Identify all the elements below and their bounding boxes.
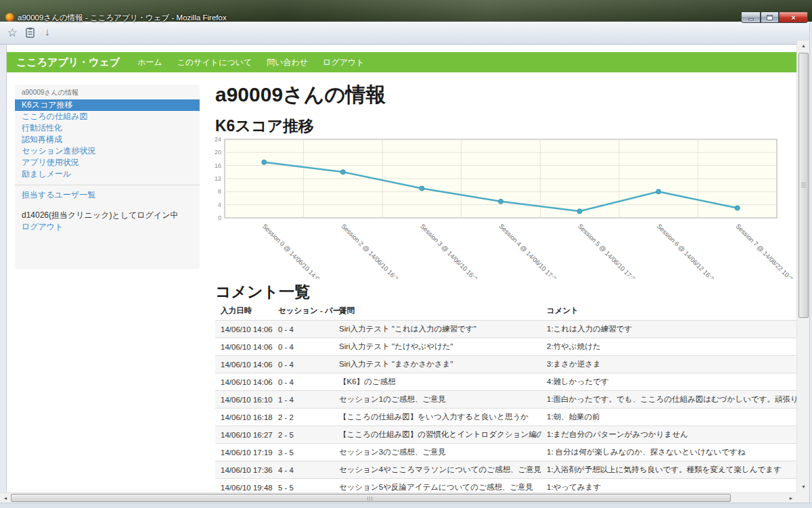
navbar-brand[interactable]: こころアプリ・ウェブ	[16, 56, 120, 69]
cell-1-3: 2:竹やぶ焼けた	[541, 338, 796, 356]
cell-0-3: 1:これは入力の練習です	[541, 321, 796, 338]
scroll-down-icon[interactable]: ▼	[797, 482, 810, 492]
table-row-4: 14/06/10 16:101 - 4セッション1のご感想、ご意見1:面白かった…	[215, 391, 796, 409]
svg-text:Session 7 @ 14/08/22 10:38: Session 7 @ 14/08/22 10:38	[734, 223, 796, 279]
browser-toolbar: ☆ ↓ ← https://flatt.med.kyoto-u.ac.jp/vi…	[0, 22, 812, 45]
svg-text:16: 16	[215, 162, 221, 169]
svg-text:Session 5 @ 14/06/10 17:37: Session 5 @ 14/06/10 17:37	[577, 223, 639, 279]
table-header-row: 入力日時セッション - パート質問コメント	[215, 303, 796, 321]
cell-3-1: 0 - 4	[273, 373, 334, 391]
cell-9-1: 5 - 5	[273, 479, 334, 493]
cell-6-0: 14/06/10 16:27	[215, 426, 273, 444]
window-border-right	[809, 22, 812, 503]
scrollbar-corner	[796, 492, 809, 503]
window-title: a90009さんの情報 - こころアプリ・ウェブ - Mozilla Firef…	[18, 13, 227, 23]
cell-5-1: 2 - 2	[273, 409, 334, 426]
bookmarks-menu-icon[interactable]	[23, 27, 37, 41]
comments-section-title: コメント一覧	[215, 281, 310, 302]
cell-2-2: Siri入力テスト "まさかさかさま"	[334, 356, 541, 373]
scrollbar-grip	[367, 497, 374, 501]
window-controls: ×	[741, 12, 808, 23]
comments-table-wrap: 入力日時セッション - パート質問コメント 14/06/10 14:060 - …	[215, 303, 796, 492]
vertical-scrollbar[interactable]: ▲ ▼	[796, 41, 809, 492]
sidebar-logout-link[interactable]: ログアウト	[15, 221, 200, 233]
scroll-up-icon[interactable]: ▲	[797, 41, 810, 51]
cell-5-0: 14/06/10 16:18	[215, 409, 273, 426]
cell-4-3: 1:面白かったです。でも、こころの仕組み図はむづかしいです。頑張ります。	[541, 391, 796, 409]
table-row-7: 14/06/10 17:193 - 5セッション3のご感想、ご意見1: 自分は何…	[215, 444, 796, 461]
comments-table: 入力日時セッション - パート質問コメント 14/06/10 14:060 - …	[215, 303, 796, 492]
vertical-scrollbar-thumb[interactable]	[798, 53, 809, 318]
table-row-6: 14/06/10 16:272 - 5【こころの仕組み図】の習慣化とイントロダク…	[215, 426, 796, 444]
table-row-2: 14/06/10 14:060 - 4Siri入力テスト "まさかさかさま"3:…	[215, 356, 796, 373]
sidebar-item-2[interactable]: 行動活性化	[15, 122, 200, 134]
column-header-1: セッション - パート	[273, 303, 334, 321]
column-header-2: 質問	[334, 303, 541, 321]
svg-text:4: 4	[218, 202, 221, 208]
cell-3-0: 14/06/10 14:06	[215, 373, 273, 391]
cell-4-2: セッション1のご感想、ご意見	[334, 391, 541, 409]
window-border-bottom	[0, 503, 812, 508]
window-border-left	[0, 45, 7, 503]
svg-text:Session 2 @ 14/06/10 16:15: Session 2 @ 14/06/10 16:15	[340, 223, 403, 279]
maximize-button[interactable]	[761, 12, 779, 23]
cell-7-3: 1: 自分は何が楽しみなのか、探さないといけないですね	[541, 444, 796, 461]
cell-8-3: 1:入浴剤が予想以上に気持ち良いです。種類を変えて楽しんでます	[541, 461, 796, 479]
sidebar-item-user-list[interactable]: 担当するユーザ一覧	[15, 189, 200, 201]
sidebar-item-6[interactable]: 励ましメール	[15, 168, 200, 180]
nav-item-0[interactable]: ホーム	[137, 57, 162, 68]
svg-text:8: 8	[218, 188, 221, 195]
sidebar-header: a90009さんの情報	[15, 87, 200, 99]
minimize-button[interactable]	[741, 12, 761, 23]
cell-8-1: 4 - 4	[273, 461, 334, 479]
downloads-icon[interactable]: ↓	[41, 26, 54, 37]
scroll-right-icon[interactable]: ►	[786, 493, 796, 503]
site-navbar: こころアプリ・ウェブ ホームこのサイトについて問い合わせログアウト	[7, 52, 796, 72]
table-row-9: 14/06/10 19:485 - 5セッション5や反論アイテムについてのご感想…	[215, 479, 796, 493]
cell-9-0: 14/06/10 19:48	[215, 479, 273, 493]
cell-3-3: 4:難しかったです	[541, 373, 796, 391]
table-row-1: 14/06/10 14:060 - 4Siri入力テスト "たけやぶやけた"2:…	[215, 338, 796, 356]
cell-4-1: 1 - 4	[273, 391, 334, 409]
cell-2-1: 0 - 4	[273, 356, 334, 373]
minimize-icon	[748, 18, 754, 20]
cell-2-3: 3:まさか逆さま	[541, 356, 796, 373]
sidebar-item-4[interactable]: セッション進捗状況	[15, 145, 200, 157]
cell-0-2: Siri入力テスト "これは入力の練習です"	[334, 321, 541, 338]
cell-4-0: 14/06/10 16:10	[215, 391, 273, 409]
sidebar: a90009さんの情報 K6スコア推移こころの仕組み図行動活性化認知再構成セッシ…	[15, 85, 200, 269]
svg-text:Session 6 @ 14/06/12 16:31: Session 6 @ 14/06/12 16:31	[656, 223, 719, 279]
cell-2-0: 14/06/10 14:06	[215, 356, 273, 373]
sidebar-item-3[interactable]: 認知再構成	[15, 134, 200, 145]
svg-text:Session 3 @ 14/06/10 16:27: Session 3 @ 14/06/10 16:27	[419, 223, 482, 279]
page-viewport: こころアプリ・ウェブ ホームこのサイトについて問い合わせログアウト a90009…	[7, 45, 796, 492]
cell-7-1: 3 - 5	[273, 444, 334, 461]
svg-text:0: 0	[218, 214, 221, 221]
cell-0-1: 0 - 4	[273, 321, 334, 338]
nav-item-1[interactable]: このサイトについて	[177, 57, 252, 68]
nav-item-2[interactable]: 問い合わせ	[267, 57, 308, 68]
svg-text:24: 24	[215, 136, 221, 143]
cell-5-2: 【こころの仕組み図】をいつ入力すると良いと思うか	[334, 409, 541, 426]
sidebar-item-0[interactable]: K6スコア推移	[15, 99, 200, 111]
cell-7-0: 14/06/10 17:19	[215, 444, 273, 461]
bookmark-star-icon[interactable]: ☆	[5, 26, 19, 40]
close-button[interactable]: ×	[779, 12, 808, 23]
navbar-links: ホームこのサイトについて問い合わせログアウト	[137, 57, 364, 68]
nav-item-3[interactable]: ログアウト	[323, 57, 364, 68]
close-icon: ×	[791, 13, 795, 22]
svg-text:Session 4 @ 14/06/10 17:20: Session 4 @ 14/06/10 17:20	[498, 223, 561, 279]
bookmarks-menu-glyph	[25, 27, 35, 39]
svg-text:20: 20	[215, 149, 221, 156]
sidebar-item-5[interactable]: アプリ使用状況	[15, 157, 200, 168]
column-header-3: コメント	[541, 303, 796, 321]
horizontal-scrollbar[interactable]: ◄ ►	[0, 492, 796, 503]
horizontal-scrollbar-thumb[interactable]	[11, 494, 731, 502]
scroll-left-icon[interactable]: ◄	[0, 493, 11, 503]
cell-1-1: 0 - 4	[273, 338, 334, 356]
sidebar-item-1[interactable]: こころの仕組み図	[15, 111, 200, 122]
table-row-8: 14/06/10 17:364 - 4セッション4やこころマラソンについてのご感…	[215, 461, 796, 479]
cell-1-0: 14/06/10 14:06	[215, 338, 273, 356]
k6-chart-svg: 04812162024Session 0 @ 14/06/10 14:03Ses…	[207, 135, 796, 279]
cell-9-3: 1:やってみます	[541, 479, 796, 493]
